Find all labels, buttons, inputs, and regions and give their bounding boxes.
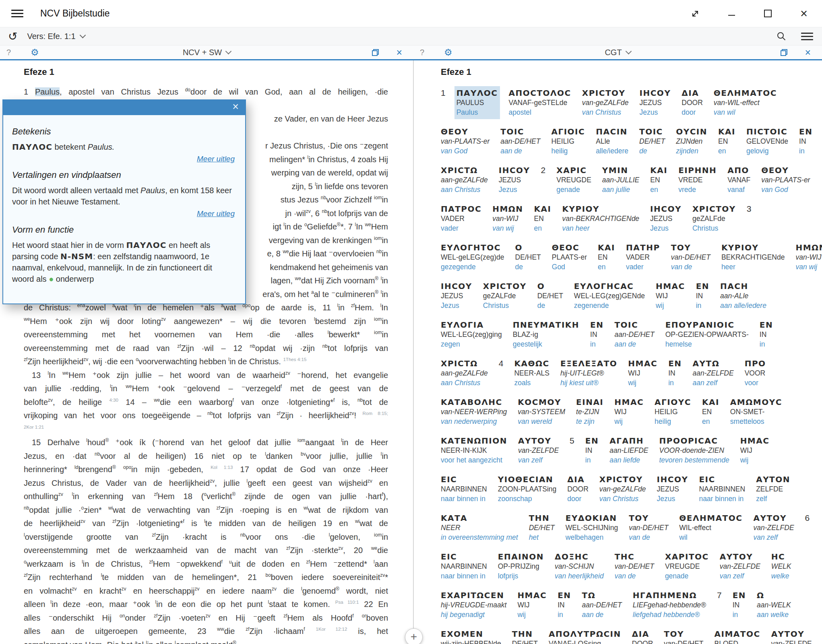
interlinear-word[interactable]: ΟΥCΙΝZIJNdenzijnden	[676, 127, 707, 156]
interlinear-word[interactable]: ΔΟΞΗCvan-SCHIJNvan heerlijkheid	[555, 552, 604, 581]
interlinear-word[interactable]: ΑΠΟΛΥΤΡΩCΙΝVANAF-LOSsing	[549, 629, 621, 644]
interlinear-word[interactable]: ΑΠΟVANAFvanaf	[727, 165, 750, 194]
interlinear-word[interactable]: ΕΝINin	[558, 590, 571, 619]
interlinear-word[interactable]: ΚΑΙENen	[702, 397, 719, 426]
interlinear-word[interactable]: ΚΑΙENen	[718, 127, 735, 156]
interlinear-word[interactable]: ΕΝINin	[733, 590, 746, 619]
text-line[interactable]: complement van Hem ·Die het aal lin alle…	[24, 638, 388, 644]
interlinear-word[interactable]: ΕΥΛΟΓΗCΑCWEL-LEG(zeg)GENdezegenende	[574, 281, 645, 310]
app-menu-icon[interactable]	[11, 10, 23, 17]
interlinear-word[interactable]: ΚΑΙENen	[650, 165, 667, 194]
interlinear-word[interactable]: ΕΝINin	[760, 320, 773, 349]
interlinear-word[interactable]: ΔΙΑDOOR	[632, 629, 653, 644]
interlinear-word[interactable]: ΑΜΩΜΟΥCON-SMET-smetteloos	[730, 397, 782, 426]
text-line[interactable]: owerkzaam is lin de Christus, zfHem ⁻opw…	[24, 557, 388, 571]
interlinear-word[interactable]: ΘΕΛΗΜΑΤΟCvan-WIL-effectvan wil	[714, 88, 777, 117]
interlinear-word[interactable]: ΠΡΟVOORvoor	[745, 359, 766, 388]
interlinear-word[interactable]: ΠΙCΤΟΙCGELOVENdegelovig	[746, 127, 788, 156]
text-line[interactable]: van jullie ·redding, lin weHem ⁺ook ⁻gel…	[24, 382, 388, 396]
text-line[interactable]: Jezus Christus, de Vader van de heerlijk…	[24, 477, 388, 490]
interlinear-word[interactable]: ΧΡΙCΤΟΥgeZALFdeChristus	[483, 281, 527, 310]
interlinear-word[interactable]: ΤΗCvan-DE/HETvan de	[615, 552, 654, 581]
interlinear-word[interactable]: ΗΜΑCWIJwij	[614, 397, 644, 426]
interlinear-word[interactable]: ΑΥΤΟΥvan-ZELFDEvan zelf	[753, 513, 794, 542]
text-line[interactable]: vrijkoping van het voor ons toegeëigende…	[24, 409, 388, 423]
interlinear-word[interactable]: ΚΑΤΕΝΩΠΙΟΝNEER-IN-KIJKvoor het aangezich…	[441, 436, 507, 465]
interlinear-word[interactable]: ΙΗCΟΥJEZUSJezus	[657, 475, 688, 504]
text-line[interactable]: en volmachtzv en krachtzv en heerschappi…	[24, 584, 388, 598]
interlinear-word[interactable]: ΕΥΛΟΓΙΑWEL-LEG(zeg)gingzegen	[441, 320, 502, 349]
interlinear-word[interactable]: ΑΓΙΟΙCHEILIGheilig	[551, 127, 585, 156]
window-maximize-icon[interactable]	[750, 0, 786, 27]
interlinear-word[interactable]: ΑΓΑΠΗaan-LIEFDEaan liefde	[609, 436, 648, 465]
popup-close-icon[interactable]: ×	[232, 101, 239, 113]
interlinear-word[interactable]: ΧΡΙCΤΩaan-geZALFdeaan Christus	[441, 359, 488, 388]
interlinear-word[interactable]: ΟDE/HETde	[515, 243, 541, 272]
interlinear-word[interactable]: ΚΑΤΑNEERin overeenstemming met	[441, 513, 518, 542]
interlinear-word[interactable]: ΗΜΑCWIJwij	[628, 359, 657, 388]
interlinear-word[interactable]: ΑΥΤΟΝZELFDEzelf	[756, 475, 790, 504]
interlinear-word[interactable]: ΠΑΥΛΟCPAULUSPaulus	[456, 88, 498, 117]
search-icon[interactable]	[776, 31, 787, 41]
text-line[interactable]: 15 Derhalve lhoud® ⁺ook ík (⁻horend van …	[24, 436, 388, 450]
interlinear-word[interactable]: ΕΙCNAARBINNENnaar binnen in	[699, 475, 745, 504]
window-close-icon[interactable]: ×	[786, 0, 822, 27]
interlinear-word[interactable]: ΤΟΥvan-DE/HETvan de	[671, 243, 710, 272]
text-line[interactable]: zfZijn rechterhand lte midden van de hem…	[24, 571, 388, 584]
interlinear-word[interactable]: ΧΑΡΙΤΟCVREUGDEgenade	[665, 552, 709, 581]
interlinear-word[interactable]: ΔΙΑDOORdoor	[682, 88, 703, 117]
interlinear-word[interactable]: ΙΗCΟΥJEZUSJezus	[640, 88, 671, 117]
interlinear-word[interactable]: ΚΑΙENen	[598, 243, 615, 272]
interlinear-word[interactable]: ΠΑCΗaan-ALleaan alle/iedere	[720, 281, 766, 310]
interlinear-word[interactable]: ΕΧΑΡΙΤΩCΕΝhij-VREUGDE-maakthij begenadig…	[441, 590, 506, 619]
interlinear-word[interactable]: ΚΥΡΙΟΥvan-BEKRACHTIGENdevan heer	[562, 204, 640, 233]
interlinear-word[interactable]: ΗΜΑCWIJwij	[740, 436, 770, 465]
interlinear-word[interactable]: ΚΑΤΑΒΟΛΗCvan-NEER-WERPingvan nederwerpin…	[441, 397, 507, 426]
interlinear-word[interactable]: ΤΗΝDE/HEThet	[529, 513, 555, 542]
interlinear-word[interactable]: ΟDE/HETde	[537, 281, 563, 310]
interlinear-word[interactable]: ΠΑΤΡΟCVADERvader	[441, 204, 481, 233]
interlinear-word[interactable]: ΠΑCΙΝALlealle/iedere	[596, 127, 628, 156]
duplicate-panel-icon[interactable]	[781, 45, 787, 59]
more-info-link[interactable]: Meer uitleg	[197, 155, 235, 163]
interlinear-word[interactable]: ΥΙΟΘΕCΙΑΝZOON-PLAATSingzoonschap	[498, 475, 557, 504]
interlinear-word[interactable]: ΕΙCNAARBINNENnaar binnen in	[441, 475, 487, 504]
text-line[interactable]: overeenstemming met de raad van zfZijn ·…	[24, 342, 388, 355]
interlinear-word[interactable]: ΤΗΝDE/HET	[512, 629, 538, 644]
interlinear-word[interactable]: ΚΟCΜΟΥvan-SYSTEEMvan wereld	[518, 397, 565, 426]
interlinear-word[interactable]: ΕΠΑΙΝΟΝOP-PRIJZinglofprijs	[498, 552, 544, 581]
interlinear-word[interactable]: ΧΑΡΙCVREUGDEgenade	[556, 165, 591, 194]
interlinear-word[interactable]: ΕΝINin	[696, 281, 709, 310]
interlinear-word[interactable]: ΑΥΤΟΥvan-ZELFDE	[771, 629, 812, 644]
interlinear-word[interactable]: ΘΕΟCPLAATS-erGod	[552, 243, 587, 272]
interlinear-word[interactable]: ΕΝINin	[590, 320, 603, 349]
interlinear-word[interactable]: ΑΥΤΟΥvan-ZELFDEvan zelf	[720, 552, 760, 581]
interlinear-word[interactable]: ΙΗCΟΥJEZUSJezus	[499, 165, 530, 194]
right-panel-title-dropdown[interactable]: CGT	[413, 45, 822, 59]
history-icon[interactable]: ↺	[8, 30, 17, 43]
interlinear-word[interactable]: ΤΟΙCaan-DE/HETaan de	[614, 320, 654, 349]
text-line[interactable]: overeenstemming met het voornemen van He…	[24, 328, 388, 342]
interlinear-word[interactable]: ΚΥΡΙΟΥBEKRACHTIGENdeheer	[721, 243, 785, 272]
interlinear-word[interactable]: ΤΟΥvan-DE/HETvan de	[629, 513, 668, 542]
interlinear-word[interactable]: ΕΥΛΟΓΗΤΟCWEL-geLEG(zeg)degezegende	[441, 243, 504, 272]
text-line[interactable]: onthullingzv lin erkenning van zfHem 18 …	[24, 490, 388, 504]
window-expand-icon[interactable]	[677, 0, 713, 27]
text-line[interactable]: 2Kor 1:21	[24, 423, 388, 436]
interlinear-word[interactable]: ΙΗCΟΥJEZUSJezus	[441, 281, 472, 310]
interlinear-word[interactable]: ΑΙΜΑΤΟCBLOED	[715, 629, 760, 644]
interlinear-word[interactable]: ΘΕΛΗΜΑΤΟCWIL-effectwil	[679, 513, 742, 542]
duplicate-panel-icon[interactable]	[372, 45, 379, 59]
verse-selector[interactable]: Vers: Efe. 1:1	[27, 32, 85, 41]
interlinear-word[interactable]: ΑΥΤΟΥvan-ZELFDEvan zelf	[518, 436, 559, 465]
interlinear-word[interactable]: ΘΕΟΥvan-PLAATS-ervan God	[761, 165, 810, 194]
interlinear-word[interactable]: ΗΓΑΠΗΜΕΝΩLIEFgehad-hebbende®liefgehad he…	[633, 590, 706, 619]
interlinear-word[interactable]: ΧΡΙCΤΟΥgeZALFdeChristus	[692, 204, 736, 233]
panel-divider[interactable]	[413, 60, 414, 644]
close-panel-icon[interactable]: ×	[805, 45, 811, 59]
interlinear-word[interactable]: ΑΠΟCΤΟΛΟCVANAF-geSTELdeapostel	[509, 88, 571, 117]
interlinear-word[interactable]: ΚΑΘΩCNEER-ALSzoals	[514, 359, 549, 388]
text-line[interactable]: de heerlijkheidzv van zfZijn ·lotgenieti…	[24, 517, 388, 530]
interlinear-word[interactable]: ΑΥΤΩaan-ZELFDEaan zelf	[693, 359, 734, 388]
text-line[interactable]: alles aan de uitgeroepen gemeente, 23 ww…	[24, 625, 388, 638]
